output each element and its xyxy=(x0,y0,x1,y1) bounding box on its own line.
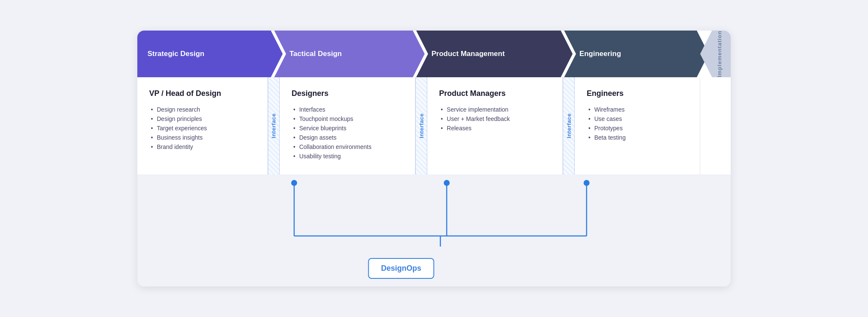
content-product: Product Managers Service implementation … xyxy=(427,77,563,174)
list-item: Brand identity xyxy=(149,142,258,151)
list-item: Collaboration environments xyxy=(292,142,405,151)
interface-label-1: Interface xyxy=(270,113,277,138)
strategic-role: VP / Head of Design xyxy=(149,89,258,98)
banner-engineering: Engineering xyxy=(564,31,709,77)
list-item: Touchpoint mockups xyxy=(292,114,405,123)
strategic-label: Strategic Design xyxy=(147,50,204,58)
banner-row: Strategic Design Tactical Design Product… xyxy=(137,31,731,77)
engineering-role: Engineers xyxy=(587,89,690,98)
interface-label-2: Interface xyxy=(418,113,425,138)
interface-strip-3: Interface xyxy=(563,77,575,174)
list-item: Target experiences xyxy=(149,123,258,133)
banner-main: Strategic Design Tactical Design Product… xyxy=(137,31,731,77)
designops-box: DesignOps xyxy=(368,258,434,279)
outer-wrapper: Strategic Design Tactical Design Product… xyxy=(137,31,731,286)
product-role: Product Managers xyxy=(439,89,553,98)
product-list: Service implementation User + Market fee… xyxy=(439,105,553,133)
implementation-label: Implementation xyxy=(716,31,723,77)
engineering-list: Wireframes Use cases Prototypes Beta tes… xyxy=(587,105,690,142)
list-item: Design principles xyxy=(149,114,258,123)
designops-label: DesignOps xyxy=(381,264,421,272)
banner-tactical: Tactical Design xyxy=(274,31,425,77)
list-item: Design research xyxy=(149,105,258,114)
tactical-role: Designers xyxy=(292,89,405,98)
list-item: Releases xyxy=(439,123,553,133)
interface-strip-2: Interface xyxy=(415,77,427,174)
list-item: Use cases xyxy=(587,114,690,123)
product-label: Product Management xyxy=(431,50,505,58)
list-item: Service implementation xyxy=(439,105,553,114)
diagram-wrapper: Strategic Design Tactical Design Product… xyxy=(137,31,731,286)
list-item: Prototypes xyxy=(587,123,690,133)
interface-strip-1: Interface xyxy=(268,77,280,174)
list-item: User + Market feedback xyxy=(439,114,553,123)
content-row: VP / Head of Design Design research Desi… xyxy=(137,77,731,174)
list-item: Interfaces xyxy=(292,105,405,114)
list-item: Wireframes xyxy=(587,105,690,114)
connector-area: DesignOps xyxy=(137,174,731,286)
implementation-spacer xyxy=(700,77,731,174)
implementation-arrow: Implementation xyxy=(700,31,731,77)
banner-strategic: Strategic Design xyxy=(137,31,283,77)
list-item: Service blueprints xyxy=(292,123,405,133)
list-item: Beta testing xyxy=(587,133,690,142)
tactical-label: Tactical Design xyxy=(289,50,342,58)
list-item: Design assets xyxy=(292,133,405,142)
strategic-list: Design research Design principles Target… xyxy=(149,105,258,151)
list-item: Usability testing xyxy=(292,151,405,161)
tactical-list: Interfaces Touchpoint mockups Service bl… xyxy=(292,105,405,161)
engineering-label: Engineering xyxy=(579,50,621,58)
content-strategic: VP / Head of Design Design research Desi… xyxy=(137,77,268,174)
banner-product: Product Management xyxy=(416,31,573,77)
list-item: Business insights xyxy=(149,133,258,142)
connector-svg xyxy=(137,174,731,268)
interface-label-3: Interface xyxy=(566,113,572,138)
content-engineering: Engineers Wireframes Use cases Prototype… xyxy=(575,77,700,174)
content-tactical: Designers Interfaces Touchpoint mockups … xyxy=(280,77,415,174)
